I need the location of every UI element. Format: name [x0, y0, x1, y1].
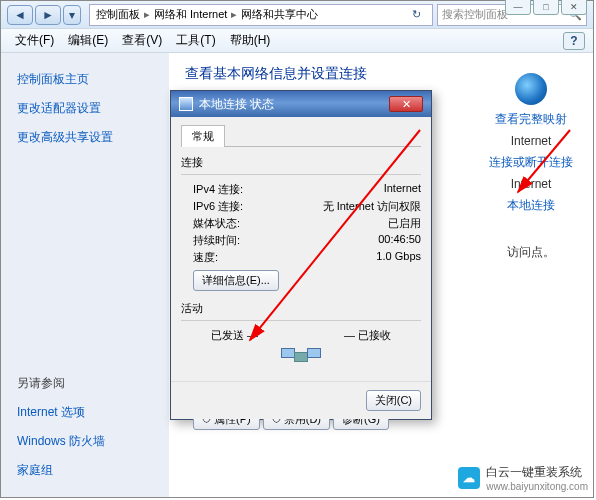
refresh-icon[interactable]: ↻: [406, 8, 426, 21]
activity-icon: [281, 348, 321, 378]
breadcrumb-seg-2[interactable]: 网络和共享中心: [241, 7, 318, 22]
dialog-icon: [179, 97, 193, 111]
sidebar: 控制面板主页 更改适配器设置 更改高级共享设置 另请参阅 Internet 选项…: [1, 53, 169, 497]
breadcrumb[interactable]: 控制面板 ▸ 网络和 Internet ▸ 网络和共享中心 ↻: [89, 4, 433, 26]
internet-label-2: Internet: [489, 177, 573, 191]
watermark-logo-icon: ☁: [458, 467, 480, 489]
media-state-label: 媒体状态:: [193, 216, 240, 231]
menu-help[interactable]: 帮助(H): [224, 30, 277, 51]
speed-value: 1.0 Gbps: [376, 250, 421, 265]
internet-globe-icon: [515, 73, 547, 105]
tab-general[interactable]: 常规: [181, 125, 225, 147]
duration-value: 00:46:50: [378, 233, 421, 248]
view-full-map-link[interactable]: 查看完整映射: [489, 111, 573, 128]
dialog-title-text: 本地连接 状态: [199, 96, 274, 113]
right-panel: 查看完整映射 Internet 连接或断开连接 Internet 本地连接 访问…: [489, 73, 573, 261]
ipv4-value: Internet: [384, 182, 421, 197]
search-placeholder: 搜索控制面板: [442, 7, 508, 22]
watermark: ☁ 白云一键重装系统 www.baiyunxitong.com: [458, 464, 588, 492]
breadcrumb-seg-1[interactable]: 网络和 Internet: [154, 7, 227, 22]
connection-section-label: 连接: [181, 155, 421, 170]
sidebar-internet-options[interactable]: Internet 选项: [1, 398, 169, 427]
menu-file[interactable]: 文件(F): [9, 30, 60, 51]
local-connection-link[interactable]: 本地连接: [489, 197, 573, 214]
dialog-titlebar[interactable]: 本地连接 状态 ✕: [171, 91, 431, 117]
dialog-close-footer-button[interactable]: 关闭(C): [366, 390, 421, 411]
sidebar-advanced-sharing[interactable]: 更改高级共享设置: [1, 123, 169, 152]
sidebar-homegroup[interactable]: 家庭组: [1, 456, 169, 485]
breadcrumb-separator-icon: ▸: [231, 8, 237, 21]
ipv6-label: IPv6 连接:: [193, 199, 243, 214]
sidebar-windows-firewall[interactable]: Windows 防火墙: [1, 427, 169, 456]
breadcrumb-separator-icon: ▸: [144, 8, 150, 21]
ipv4-label: IPv4 连接:: [193, 182, 243, 197]
speed-label: 速度:: [193, 250, 218, 265]
menu-tools[interactable]: 工具(T): [170, 30, 221, 51]
menu-view[interactable]: 查看(V): [116, 30, 168, 51]
watermark-brand: 白云一键重装系统: [486, 465, 582, 479]
window-minimize-button[interactable]: —: [505, 0, 531, 15]
dialog-close-button[interactable]: ✕: [389, 96, 423, 112]
sidebar-adapter-settings[interactable]: 更改适配器设置: [1, 94, 169, 123]
nav-history-dropdown[interactable]: ▾: [63, 5, 81, 25]
sidebar-home[interactable]: 控制面板主页: [1, 65, 169, 94]
sent-label: 已发送 —: [211, 328, 258, 343]
connect-disconnect-link[interactable]: 连接或断开连接: [489, 154, 573, 171]
menu-edit[interactable]: 编辑(E): [62, 30, 114, 51]
nav-back-button[interactable]: ◄: [7, 5, 33, 25]
watermark-url: www.baiyunxitong.com: [486, 481, 588, 492]
duration-label: 持续时间:: [193, 233, 240, 248]
window-maximize-button[interactable]: □: [533, 0, 559, 15]
internet-label-1: Internet: [489, 134, 573, 148]
activity-section-label: 活动: [181, 301, 421, 316]
received-label: — 已接收: [344, 328, 391, 343]
nav-forward-button[interactable]: ►: [35, 5, 61, 25]
ipv6-value: 无 Internet 访问权限: [323, 199, 421, 214]
help-icon[interactable]: ?: [563, 32, 585, 50]
access-point-label: 访问点。: [489, 244, 573, 261]
breadcrumb-seg-0[interactable]: 控制面板: [96, 7, 140, 22]
media-state-value: 已启用: [388, 216, 421, 231]
menubar: 文件(F) 编辑(E) 查看(V) 工具(T) 帮助(H) ?: [1, 29, 593, 53]
connection-status-dialog: 本地连接 状态 ✕ 常规 连接 IPv4 连接:Internet IPv6 连接…: [170, 90, 432, 420]
sidebar-see-also-label: 另请参阅: [1, 369, 169, 398]
details-button[interactable]: 详细信息(E)...: [193, 270, 279, 291]
window-close-button[interactable]: ✕: [561, 0, 587, 15]
